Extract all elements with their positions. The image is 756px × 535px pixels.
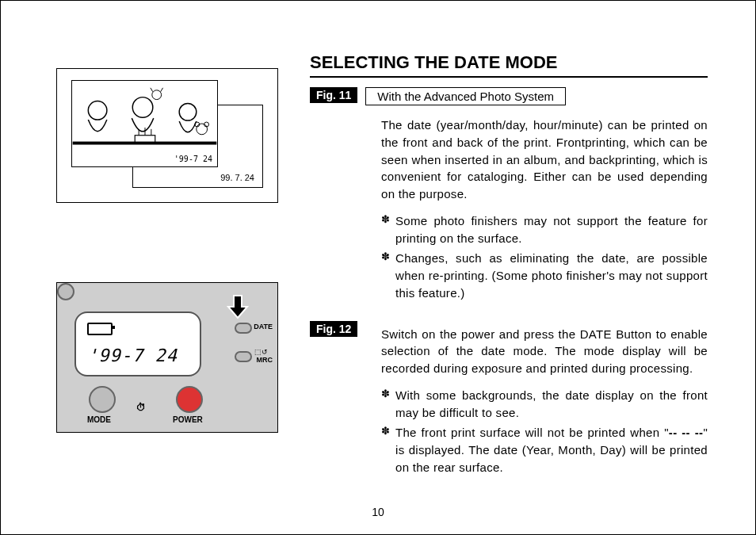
mrc-button-label: MRC [257,356,273,364]
fig12-bullet-1: With some backgrounds, the date display … [381,387,708,422]
svg-point-9 [197,124,208,135]
page-title: SELECTING THE DATE MODE [310,52,708,78]
cartoon-scene-icon [72,81,217,166]
print-front: '99-7 24 [71,80,218,167]
figure-12-illustration: '99-7 24 MODE ⏱ POWER DATE ⬚↺ MRC [56,282,278,433]
power-button [176,386,203,413]
battery-icon [87,323,113,335]
fig11-bullet-2: Changes, such as eliminating the date, a… [381,250,708,301]
svg-point-3 [179,103,197,120]
arrow-down-icon [227,294,249,319]
fig12-bullet-2: The front print surface will not be prin… [381,424,708,476]
fig11-bullets: Some photo finishers may not support the… [381,212,708,302]
fig11-label: Fig. 11 [310,87,357,103]
fig11-body: The date (year/month/day, hour/minute) c… [381,117,708,203]
print-front-date: '99-7 24 [174,155,212,163]
selftimer-button [57,283,74,300]
power-button-label: POWER [173,415,203,424]
content-row: 99. 7. 24 [56,32,708,487]
print-back-date: 99. 7. 24 [220,173,254,182]
fig11-subtitle: With the Advanced Photo System [365,87,566,105]
page-number: 10 [1,506,755,518]
fig11-header: Fig. 11 With the Advanced Photo System [310,87,708,105]
fig12-body: Switch on the power and press the DATE B… [381,326,708,377]
dashes-placeholder: -- -- -- [669,426,704,439]
lcd-screen: '99-7 24 [74,311,201,376]
svg-point-1 [88,101,107,120]
selftimer-icon: ⏱ [136,402,146,413]
date-button-label: DATE [254,323,273,331]
figure-11-illustration: 99. 7. 24 [56,68,278,203]
mode-button-label: MODE [87,415,111,424]
left-column: 99. 7. 24 [56,32,286,487]
fig12-bullets: With some backgrounds, the date display … [381,387,708,476]
mrc-button [235,351,252,362]
svg-point-8 [152,90,162,100]
mrc-icon: ⬚↺ [254,348,268,356]
date-button [235,323,252,334]
svg-point-2 [132,97,153,118]
manual-page: 99. 7. 24 [0,0,756,535]
fig12-label: Fig. 12 [310,321,357,337]
right-column: SELECTING THE DATE MODE Fig. 11 With the… [310,32,708,487]
lcd-date: '99-7 24 [87,346,178,365]
fig11-bullet-1: Some photo finishers may not support the… [381,212,708,247]
mode-button [89,386,116,413]
